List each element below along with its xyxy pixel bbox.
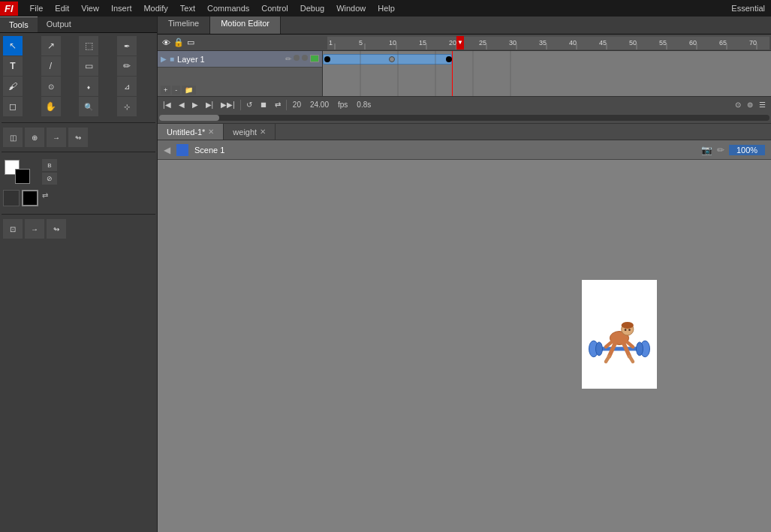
tool-brush[interactable]: 🖌 (3, 77, 23, 96)
menu-insert[interactable]: Insert (105, 2, 138, 14)
timeline-tabs: Timeline Motion Editor (158, 17, 771, 35)
layer-folder-btn[interactable]: 📁 (182, 86, 196, 95)
layer-visible-dot[interactable] (294, 55, 300, 61)
svg-point-53 (625, 329, 627, 331)
frame-ruler: 1 5 10 15 20 25 30 35 (327, 36, 769, 50)
layer-lock-dot[interactable] (302, 55, 308, 61)
eye-icon[interactable]: 👁 (162, 38, 170, 47)
menu-edit[interactable]: Edit (49, 2, 75, 14)
menu-debug[interactable]: Debug (294, 2, 330, 14)
layer-pencil-icon[interactable]: ✏ (285, 55, 291, 63)
delete-layer-btn[interactable]: - (172, 86, 180, 95)
svg-text:10: 10 (389, 39, 396, 47)
menu-commands[interactable]: Commands (201, 2, 255, 14)
snap-tool1[interactable]: ⊡ (3, 219, 23, 239)
timeline-frames[interactable] (323, 51, 771, 96)
doc-tab-close-weight[interactable]: ✕ (260, 128, 266, 136)
doc-tab-close-untitled[interactable]: ✕ (208, 128, 214, 136)
tool-line[interactable]: / (41, 56, 61, 76)
snap-tool3[interactable]: ↬ (47, 219, 66, 239)
tab-timeline[interactable]: Timeline (158, 17, 210, 34)
tool-rect[interactable]: ▭ (79, 56, 98, 76)
tool-arrow1[interactable]: → (47, 128, 66, 147)
onion-multi-btn[interactable]: ⊚ (745, 100, 755, 110)
tab-motion-editor[interactable]: Motion Editor (210, 17, 281, 34)
tool-pencil[interactable]: ✏ (117, 56, 137, 76)
camera-icon[interactable]: 📷 (701, 145, 712, 155)
tool-arrow2[interactable]: ↬ (68, 128, 88, 147)
menu-help[interactable]: Help (372, 2, 401, 14)
svg-point-54 (628, 329, 631, 331)
scene-back-btn[interactable]: ◀ (164, 145, 170, 155)
scroll-thumb[interactable] (159, 115, 219, 121)
scroll-track (159, 115, 769, 121)
prev-frame-btn[interactable]: ◀ (176, 100, 187, 110)
doc-tab-label-untitled: Untitled-1* (167, 128, 205, 137)
frame-settings-btn[interactable]: ☰ (757, 100, 768, 110)
swap-icon[interactable]: ⇄ (41, 190, 50, 206)
tool-eyedropper[interactable]: ⊿ (117, 77, 137, 96)
toolbar-panel: Tools Output ↖ ↗ ⬚ ✒ T / ▭ ✏ 🖌 ⊙ ⬧ ⊿ ◻ ✋… (0, 17, 158, 532)
stop-btn[interactable]: ⏹ (258, 100, 270, 110)
layer-color-dot[interactable] (310, 55, 319, 62)
zoom-input[interactable]: 100% (729, 145, 765, 155)
layer-buttons: + - 📁 (158, 84, 322, 96)
sync-btn[interactable]: ⇄ (273, 100, 283, 110)
frame-view-icon[interactable]: ▭ (187, 38, 194, 47)
layer-row[interactable]: ▶ ■ Layer 1 ✏ (158, 51, 322, 68)
tool-inkbottle[interactable]: ⊙ (41, 77, 61, 96)
snap-tool2[interactable]: → (25, 219, 44, 239)
svg-text:25: 25 (479, 39, 486, 47)
current-frame-display: 20 (290, 101, 304, 109)
svg-text:20: 20 (449, 39, 456, 47)
fill-rect[interactable] (3, 190, 20, 206)
last-frame-btn[interactable]: ▶▶| (218, 100, 237, 110)
tool-free-transform[interactable]: ⊹ (117, 97, 137, 116)
main-layout: Tools Output ↖ ↗ ⬚ ✒ T / ▭ ✏ 🖌 ⊙ ⬧ ⊿ ◻ ✋… (0, 17, 771, 532)
menu-window[interactable]: Window (330, 2, 372, 14)
playhead-indicator[interactable]: ▼ (456, 36, 464, 50)
first-frame-btn[interactable]: |◀ (161, 100, 173, 110)
menu-control[interactable]: Control (255, 2, 294, 14)
menu-view[interactable]: View (75, 2, 105, 14)
tool-eraser[interactable]: ◻ (3, 97, 23, 116)
play-btn[interactable]: ▶ (190, 100, 200, 110)
layer-header: 👁 🔒 ▭ (159, 38, 324, 47)
black-white-btn[interactable]: B (42, 159, 57, 171)
tool-pen[interactable]: ✒ (117, 36, 137, 56)
svg-text:15: 15 (419, 39, 426, 47)
layer-controls: ✏ (285, 55, 319, 63)
next-frame-btn[interactable]: ▶| (203, 100, 216, 110)
tool-lasso[interactable]: ⬚ (79, 36, 98, 56)
tab-tools[interactable]: Tools (0, 17, 38, 32)
tool-snap[interactable]: ⊕ (25, 128, 44, 147)
stroke-color[interactable] (15, 169, 30, 184)
edit-scene-icon[interactable]: ✏ (717, 145, 724, 155)
onion-skin-btn[interactable]: ⊙ (733, 100, 743, 110)
menu-text[interactable]: Text (174, 2, 201, 14)
menu-file[interactable]: File (24, 2, 50, 14)
menu-modify[interactable]: Modify (137, 2, 173, 14)
tool-hand[interactable]: ✋ (41, 97, 61, 116)
tab-output[interactable]: Output (38, 17, 80, 32)
layer-list: ▶ ■ Layer 1 ✏ + - 📁 (158, 51, 323, 96)
doc-tab-untitled[interactable]: Untitled-1* ✕ (158, 124, 224, 140)
no-color-btn[interactable]: ⊘ (42, 173, 57, 185)
timeline-scrollbar[interactable] (158, 113, 771, 123)
svg-point-46 (622, 321, 634, 328)
stroke-rect[interactable] (22, 190, 38, 206)
doc-tab-weight[interactable]: weight ✕ (224, 124, 276, 140)
tool-selection[interactable]: ↖ (3, 36, 23, 56)
tool-paint-bucket[interactable]: ⬧ (79, 77, 98, 96)
tool-gradient[interactable]: ◫ (3, 128, 23, 147)
lock-icon[interactable]: 🔒 (173, 38, 184, 47)
frame-grid (323, 51, 771, 96)
weightlifter-image (586, 301, 653, 368)
add-layer-btn[interactable]: + (161, 86, 170, 95)
loop-btn[interactable]: ↺ (244, 100, 254, 110)
svg-line-50 (606, 356, 610, 361)
tool-zoom[interactable]: 🔍 (79, 97, 98, 116)
canvas-area[interactable] (158, 160, 771, 532)
tool-subselection[interactable]: ↗ (41, 36, 61, 56)
tool-text[interactable]: T (3, 56, 23, 76)
